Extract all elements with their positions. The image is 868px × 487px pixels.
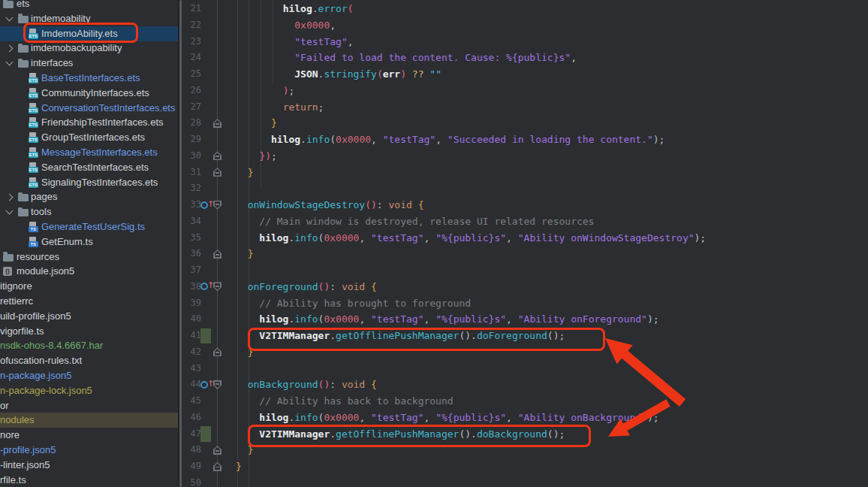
gutter-line-number: 33 — [182, 199, 201, 210]
tree-item-nore[interactable]: nore — [0, 428, 178, 443]
tree-item-interfaces[interactable]: interfaces — [0, 56, 178, 71]
tree-item-rettierrc[interactable]: rettierrc — [0, 294, 178, 309]
gutter-line-number: 48 — [182, 444, 201, 455]
code-line-44[interactable]: onBackground(): void { — [236, 377, 377, 393]
tree-item--linter.json5[interactable]: -linter.json5 — [0, 458, 178, 473]
code-line-30[interactable]: }); — [236, 148, 277, 165]
fold-marker-up[interactable] — [213, 462, 222, 471]
tree-item-ets[interactable]: ets — [0, 0, 178, 11]
tree-item-n-package-lock.json5[interactable]: n-package-lock.json5 — [0, 383, 178, 398]
tree-item--profile.json5[interactable]: -profile.json5 — [0, 443, 178, 458]
fold-marker-up[interactable] — [213, 347, 222, 356]
chevron-down-icon[interactable] — [6, 59, 14, 66]
vcs-change-bar — [200, 426, 211, 442]
chevron-right-icon[interactable] — [6, 45, 14, 53]
tree-item-imdemobackupability[interactable]: imdemobackupability — [0, 41, 178, 56]
tree-item-label: SearchTestInterfaces.ets — [41, 162, 149, 173]
tree-item-label: uild-profile.json5 — [0, 310, 71, 322]
tree-item-rfile.ts[interactable]: rfile.ts — [0, 473, 178, 487]
tree-item-module.json5[interactable]: {}module.json5 — [0, 264, 178, 279]
code-line-34[interactable]: // Main window is destroyed, release UI … — [236, 213, 594, 230]
code-line-46[interactable]: hilog.info(0x0000, "testTag", "%{public}… — [236, 410, 659, 426]
ets-file-icon: ETS — [29, 73, 38, 83]
vcs-change-bar — [200, 328, 211, 344]
gutter-line-number: 47 — [182, 428, 201, 439]
tree-item-itignore[interactable]: itignore — [0, 279, 178, 294]
annotation-box-highlight-tree-file — [23, 23, 138, 43]
code-line-33[interactable]: onWindowStageDestroy(): void { — [236, 197, 423, 213]
tree-item-n-package.json5[interactable]: n-package.json5 — [0, 368, 178, 383]
gutter-line-number: 38 — [182, 281, 201, 292]
tree-item-MessageTestInterfaces.ets[interactable]: ETSMessageTestInterfaces.ets — [0, 145, 178, 160]
fold-marker-down[interactable] — [213, 380, 222, 389]
code-line-26[interactable]: ); — [236, 83, 294, 99]
tree-item-pages[interactable]: pages — [0, 189, 178, 204]
fold-marker-down[interactable] — [213, 201, 222, 210]
tree-item-GetEnum.ts[interactable]: TSGetEnum.ts — [0, 234, 178, 250]
annotation-box-highlight-doBackground-line — [248, 425, 591, 447]
tree-item-CommunityInterfaces.ets[interactable]: ETSCommunityInterfaces.ets — [0, 86, 178, 101]
code-line-39[interactable]: // Ability has brought to foreground — [236, 295, 471, 312]
gutter-line-number: 25 — [182, 68, 201, 79]
code-editor[interactable]: 21 hilog.error(22 0x0000,23 "testTag",24… — [182, 0, 868, 487]
tree-item-tools[interactable]: tools — [0, 204, 178, 219]
code-line-23[interactable]: "testTag", — [236, 34, 354, 50]
json-file-icon: {} — [3, 267, 12, 276]
tree-item-label: imdemobackupability — [31, 42, 122, 53]
tree-item-label: rettierrc — [0, 295, 33, 307]
code-line-25[interactable]: JSON.stringify(err) ?? "" — [236, 66, 442, 83]
tree-item-nodules[interactable]: nodules — [0, 413, 178, 428]
code-line-45[interactable]: // Ability has back to background — [236, 393, 454, 410]
code-line-21[interactable]: hilog.error( — [236, 1, 354, 17]
tree-item-GenerateTestUserSig.ts[interactable]: TSGenerateTestUserSig.ts — [0, 219, 178, 234]
chevron-down-icon[interactable] — [6, 14, 14, 21]
code-line-29[interactable]: hilog.info(0x0000, "testTag", "Succeeded… — [236, 132, 665, 148]
ets-file-icon: ETS — [29, 132, 38, 143]
code-line-38[interactable]: onForeground(): void { — [236, 279, 377, 295]
tree-item-label: itignore — [0, 280, 32, 292]
fold-marker-down[interactable] — [213, 282, 222, 291]
tree-item-label: or — [0, 400, 9, 411]
code-line-24[interactable]: "Failed to load the content. Cause: %{pu… — [236, 50, 577, 66]
gutter-line-number: 40 — [182, 313, 201, 324]
fold-marker-up[interactable] — [213, 446, 222, 455]
tree-item-label: GetEnum.ts — [41, 236, 93, 247]
code-line-40[interactable]: hilog.info(0x0000, "testTag", "%{public}… — [236, 311, 659, 328]
fold-marker-up[interactable] — [213, 250, 222, 259]
tree-item-nsdk-ohos-8.4.6667.har[interactable]: nsdk-ohos-8.4.6667.har — [0, 338, 178, 353]
tree-item-SearchTestInterfaces.ets[interactable]: ETSSearchTestInterfaces.ets — [0, 160, 178, 175]
tree-item-label: tools — [31, 206, 51, 217]
chevron-down-icon[interactable] — [6, 207, 14, 215]
gutter-line-number: 44 — [182, 379, 201, 389]
chevron-right-icon[interactable] — [6, 194, 14, 201]
ets-file-icon: ETS — [29, 147, 38, 158]
tree-item-ConversationTestInterfaces.ets[interactable]: ETSConversationTestInterfaces.ets — [0, 101, 178, 116]
code-line-36[interactable]: } — [236, 246, 253, 262]
tree-item-SignalingTestInterfaces.ets[interactable]: ETSSignalingTestInterfaces.ets — [0, 175, 178, 190]
folder-icon — [18, 194, 29, 201]
code-line-31[interactable]: } — [236, 165, 253, 181]
code-line-28[interactable]: } — [236, 115, 277, 132]
code-line-22[interactable]: 0x0000, — [236, 17, 336, 34]
tree-item-vigorfile.ts[interactable]: vigorfile.ts — [0, 324, 178, 339]
tree-item-label: SignalingTestInterfaces.ets — [41, 177, 158, 188]
code-line-35[interactable]: hilog.info(0x0000, "testTag", "%{public}… — [236, 230, 706, 247]
gutter-line-number: 29 — [182, 134, 201, 144]
tree-item-label: module.json5 — [17, 265, 74, 277]
gutter-line-number: 50 — [182, 477, 201, 487]
tree-item-resources[interactable]: resources — [0, 250, 178, 265]
fold-marker-up[interactable] — [213, 151, 222, 160]
gutter-line-number: 32 — [182, 183, 201, 193]
tree-item-GroupTestInterfaces.ets[interactable]: ETSGroupTestInterfaces.ets — [0, 130, 178, 145]
tree-item-label: interfaces — [31, 57, 73, 68]
tree-item-uild-profile.json5[interactable]: uild-profile.json5 — [0, 309, 178, 324]
fold-marker-up[interactable] — [213, 168, 222, 177]
fold-marker-up[interactable] — [213, 119, 222, 128]
code-line-49[interactable]: } — [236, 458, 242, 475]
tree-item-FriendshipTestInterfaces.ets[interactable]: ETSFriendshipTestInterfaces.ets — [0, 115, 178, 130]
tree-item-BaseTestInterfaces.ets[interactable]: ETSBaseTestInterfaces.ets — [0, 71, 178, 86]
code-line-27[interactable]: return; — [236, 99, 324, 116]
tree-item-or[interactable]: or — [0, 398, 178, 413]
tree-item-ofuscation-rules.txt[interactable]: ofuscation-rules.txt — [0, 353, 178, 368]
ets-file-icon: ETS — [29, 177, 38, 188]
